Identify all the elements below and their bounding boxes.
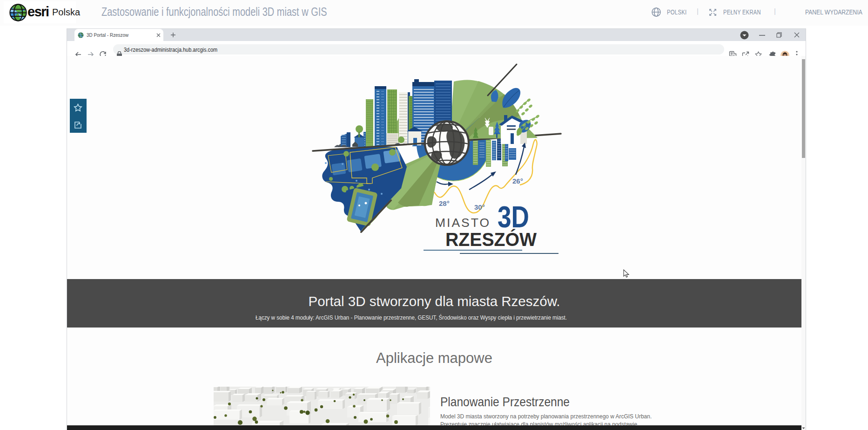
svg-text:26°: 26° [512,177,523,185]
svg-text:MIASTO: MIASTO [435,216,491,230]
svg-text:RZESZÓW: RZESZÓW [445,229,537,250]
svg-text:30°: 30° [474,203,485,211]
svg-text:28°: 28° [439,199,450,207]
